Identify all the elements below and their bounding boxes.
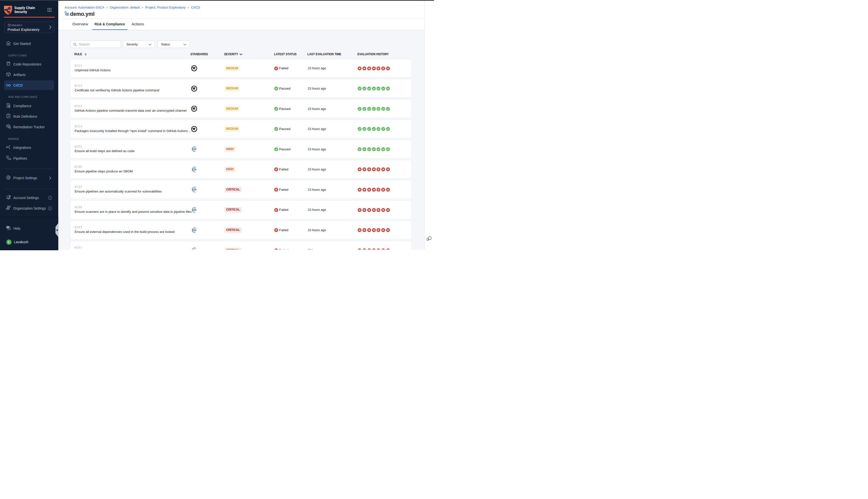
svg-text:CIS: CIS [192, 168, 197, 171]
svg-text:?: ? [7, 226, 9, 228]
svg-text:CIS: CIS [192, 229, 197, 232]
svg-text:CIS: CIS [192, 249, 197, 250]
svg-text:CIS: CIS [192, 188, 197, 191]
svg-text:CIS: CIS [192, 148, 197, 151]
svg-text:CIS: CIS [192, 209, 197, 211]
